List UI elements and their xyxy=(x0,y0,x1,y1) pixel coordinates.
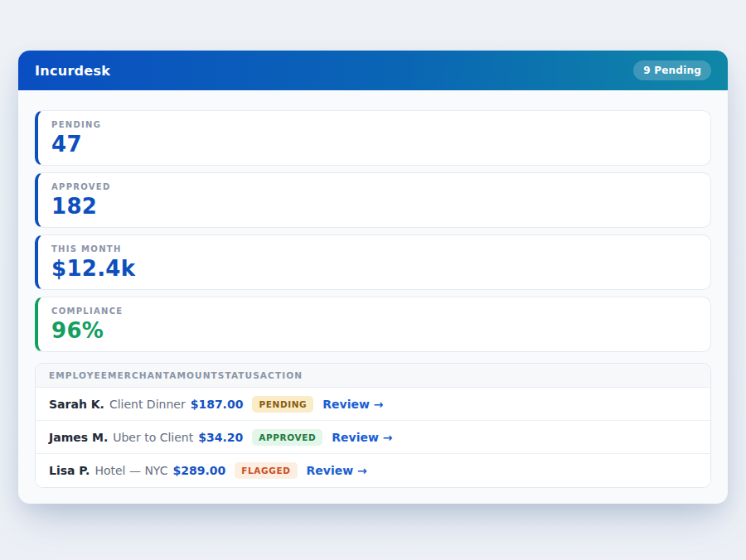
review-link[interactable]: Review → xyxy=(322,398,383,411)
review-link[interactable]: Review → xyxy=(332,431,392,444)
stat-card-pending: PENDING 47 xyxy=(35,110,711,166)
table-row: Sarah K. Client Dinner $187.00 PENDING R… xyxy=(36,388,710,421)
app-title: Incurdesk xyxy=(35,63,110,79)
stat-value: 47 xyxy=(51,133,697,157)
status-badge: PENDING xyxy=(252,396,313,413)
status-badge: APPROVED xyxy=(252,429,322,446)
stat-label: PENDING xyxy=(51,120,697,129)
status-badge: FLAGGED xyxy=(235,462,297,479)
expense-amount: $187.00 xyxy=(191,398,244,411)
review-link[interactable]: Review → xyxy=(307,464,367,477)
app-card: Incurdesk 9 Pending PENDING 47 APPROVED … xyxy=(18,51,728,504)
stat-label: COMPLIANCE xyxy=(51,307,697,316)
pending-count-badge: 9 Pending xyxy=(633,60,711,80)
app-body: PENDING 47 APPROVED 182 THIS MONTH $12.4… xyxy=(18,90,728,504)
employee-name: James M. xyxy=(49,431,108,444)
stat-value: $12.4k xyxy=(51,257,697,281)
stat-value: 182 xyxy=(51,195,697,219)
merchant-name: Client Dinner xyxy=(109,398,186,411)
stat-card-approved: APPROVED 182 xyxy=(35,172,711,228)
stat-label: THIS MONTH xyxy=(51,244,697,253)
stat-value: 96% xyxy=(51,319,697,343)
page-background: Incurdesk 9 Pending PENDING 47 APPROVED … xyxy=(0,0,746,560)
table-row: James M. Uber to Client $34.20 APPROVED … xyxy=(36,421,710,454)
employee-name: Sarah K. xyxy=(49,398,104,411)
merchant-name: Uber to Client xyxy=(113,431,193,444)
stat-card-this-month: THIS MONTH $12.4k xyxy=(35,234,711,290)
stat-label: APPROVED xyxy=(51,182,697,191)
expense-amount: $34.20 xyxy=(198,431,243,444)
merchant-name: Hotel — NYC xyxy=(94,464,167,477)
column-header-amount: AMOUNT xyxy=(169,370,218,380)
expense-amount: $289.00 xyxy=(172,464,225,477)
column-header-employee: EMPLOYEE xyxy=(49,370,108,380)
expense-table: EMPLOYEEMERCHANTAMOUNTSTATUSACTION Sarah… xyxy=(35,363,711,488)
employee-name: Lisa P. xyxy=(49,464,90,477)
column-header-status: STATUS xyxy=(218,370,260,380)
app-header: Incurdesk 9 Pending xyxy=(18,51,728,90)
table-header-row: EMPLOYEEMERCHANTAMOUNTSTATUSACTION xyxy=(36,364,710,388)
column-header-merchant: MERCHANT xyxy=(108,370,169,380)
column-header-action: ACTION xyxy=(260,370,303,380)
table-row: Lisa P. Hotel — NYC $289.00 FLAGGED Revi… xyxy=(36,454,710,487)
stat-card-compliance: COMPLIANCE 96% xyxy=(35,297,711,352)
